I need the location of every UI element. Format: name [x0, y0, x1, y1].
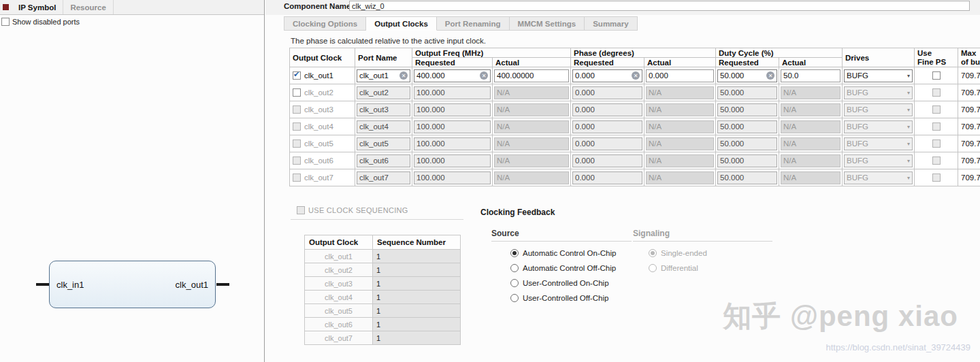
use-fine-ps-checkbox: [932, 122, 941, 131]
col-drives: Drives: [843, 48, 915, 67]
radio-icon[interactable]: [510, 294, 519, 302]
freq-actual-field-cell: N/A: [493, 101, 571, 118]
duty-requested-field-cell: 50.000: [716, 101, 779, 118]
phase-actual-field: N/A: [646, 103, 714, 116]
drives-select[interactable]: BUFG▾: [844, 69, 913, 82]
duty-requested-field-cell: 50.000✕: [716, 67, 779, 84]
drives-select: BUFG▾: [844, 120, 913, 133]
radio-automatic-control-off-chip[interactable]: Automatic Control Off-Chip: [510, 264, 616, 272]
output-port-label: clk_out1: [176, 280, 208, 290]
col-max: Max of bu: [958, 48, 980, 67]
col-phase: Phase (degrees): [571, 48, 716, 58]
phase-requested-field-cell: 0.000✕: [571, 67, 644, 84]
output-clock-cell: clk_out1: [290, 67, 355, 84]
port-name-field-cell: clk_out1✕: [355, 67, 412, 84]
tab-output-clocks[interactable]: Output Clocks: [366, 16, 437, 31]
tab-mmcm-settings[interactable]: MMCM Settings: [510, 16, 585, 31]
phase-actual-field-cell: N/A: [644, 135, 716, 152]
freq-requested-field[interactable]: 400.000✕: [414, 69, 491, 82]
phase-actual-field: N/A: [646, 86, 714, 99]
duty-actual-field-cell: N/A: [779, 118, 843, 135]
radio-label: Single-ended: [661, 249, 707, 257]
clear-icon[interactable]: ✕: [399, 71, 408, 80]
clear-icon[interactable]: ✕: [632, 71, 640, 80]
dropdown-arrow-icon: ▾: [907, 124, 910, 130]
port-name-field-cell: clk_out2: [355, 84, 412, 101]
panel-icon: [3, 4, 9, 10]
show-disabled-ports-checkbox[interactable]: [1, 18, 10, 26]
output-clock-row: clk_out5 clk_out5 100.000 N/A 0.000 N/A …: [290, 135, 980, 152]
freq-requested-field-cell: 100.000: [412, 152, 493, 169]
drives-select-cell: BUFG▾: [843, 67, 915, 84]
tab-ip-symbol[interactable]: IP Symbol: [12, 0, 63, 14]
max-cell: 709.7: [958, 152, 980, 169]
output-clock-cell: clk_out3: [290, 101, 355, 118]
component-name-label: Component Name: [284, 2, 350, 10]
output-clock-cell: clk_out4: [290, 118, 355, 135]
tab-port-renaming[interactable]: Port Renaming: [437, 16, 510, 31]
freq-actual-field: N/A: [494, 120, 569, 133]
freq-actual-field-cell: N/A: [493, 84, 571, 101]
radio-icon[interactable]: [510, 279, 519, 287]
radio-icon[interactable]: [510, 264, 519, 272]
output-clocks-table-wrap: Output Clock Port Name Output Freq (MHz)…: [289, 48, 980, 186]
use-fine-ps-cell: [915, 101, 958, 118]
col-use-fine-ps: Use Fine PS: [915, 48, 958, 67]
use-fine-ps-checkbox[interactable]: [932, 71, 941, 80]
show-disabled-ports[interactable]: Show disabled ports: [1, 18, 80, 26]
tab-clocking-options[interactable]: Clocking Options: [284, 16, 366, 31]
row-enable-checkbox[interactable]: [293, 71, 301, 80]
duty-requested-field[interactable]: 50.000✕: [717, 69, 777, 82]
output-clock-cell: clk_out7: [290, 169, 355, 186]
sequence-number-field: 1: [373, 331, 461, 345]
use-fine-ps-cell: [915, 118, 958, 135]
row-enable-checkbox[interactable]: [293, 88, 301, 97]
seq-clock-name: clk_out6: [305, 318, 373, 331]
radio-icon[interactable]: [510, 249, 519, 257]
radio-user-controlled-on-chip[interactable]: User-Controlled On-Chip: [510, 279, 616, 287]
freq-actual-field-cell: 400.00000: [493, 67, 571, 84]
watermark-text: 知乎 @peng xiao: [723, 297, 958, 335]
sequence-row: clk_out6 1: [305, 318, 461, 331]
duty-actual-field-cell: N/A: [779, 135, 843, 152]
freq-requested-field: 100.000: [414, 171, 491, 184]
seq-col-sequence-number: Sequence Number: [373, 235, 461, 250]
component-name-input[interactable]: [349, 1, 970, 11]
phase-actual-field-cell: N/A: [644, 169, 716, 186]
phase-actual-field: N/A: [646, 120, 714, 133]
port-name-field: clk_out3: [357, 103, 410, 116]
use-fine-ps-checkbox: [932, 88, 941, 97]
left-tabbar: IP SymbolResource: [0, 0, 264, 15]
use-clock-sequencing-label: USE CLOCK SEQUENCING: [308, 206, 408, 214]
max-value: 709.7: [958, 157, 980, 165]
duty-requested-field: 50.000: [717, 86, 777, 99]
duty-actual-field-cell: 50.0: [779, 67, 843, 84]
max-value: 709.7: [958, 139, 980, 148]
col-duty-cycle: Duty Cycle (%): [716, 48, 843, 58]
max-cell: 709.7: [958, 101, 980, 118]
dropdown-arrow-icon: ▾: [907, 90, 910, 96]
col-output-freq: Output Freq (MHz): [412, 48, 571, 58]
sequence-row: clk_out1 1: [305, 250, 461, 263]
radio-label: Automatic Control On-Chip: [523, 249, 616, 257]
phase-requested-field[interactable]: 0.000✕: [572, 69, 642, 82]
radio-user-controlled-off-chip[interactable]: User-Controlled Off-Chip: [510, 294, 616, 302]
duty-requested-field-cell: 50.000: [716, 84, 779, 101]
seq-clock-name: clk_out1: [305, 250, 373, 263]
phase-actual-field: N/A: [646, 154, 714, 167]
freq-requested-field-cell: 100.000: [412, 169, 493, 186]
tab-summary[interactable]: Summary: [585, 16, 637, 31]
freq-requested-field-cell: 100.000: [412, 135, 493, 152]
output-clock-row: clk_out3 clk_out3 100.000 N/A 0.000 N/A …: [290, 101, 980, 118]
sequence-row: clk_out5 1: [305, 304, 461, 318]
tab-resource[interactable]: Resource: [63, 0, 113, 14]
phase-actual-field-cell: N/A: [644, 118, 716, 135]
clear-icon[interactable]: ✕: [766, 71, 774, 80]
radio-automatic-control-on-chip[interactable]: Automatic Control On-Chip: [510, 249, 616, 257]
clear-icon[interactable]: ✕: [480, 71, 488, 80]
port-name-field[interactable]: clk_out1✕: [357, 69, 410, 82]
radio-label: Automatic Control Off-Chip: [523, 264, 616, 272]
drives-select: BUFG▾: [844, 154, 913, 167]
output-clock-row: clk_out1 clk_out1✕ 400.000✕ 400.00000 0.…: [290, 67, 980, 84]
freq-actual-field-cell: N/A: [493, 152, 571, 169]
